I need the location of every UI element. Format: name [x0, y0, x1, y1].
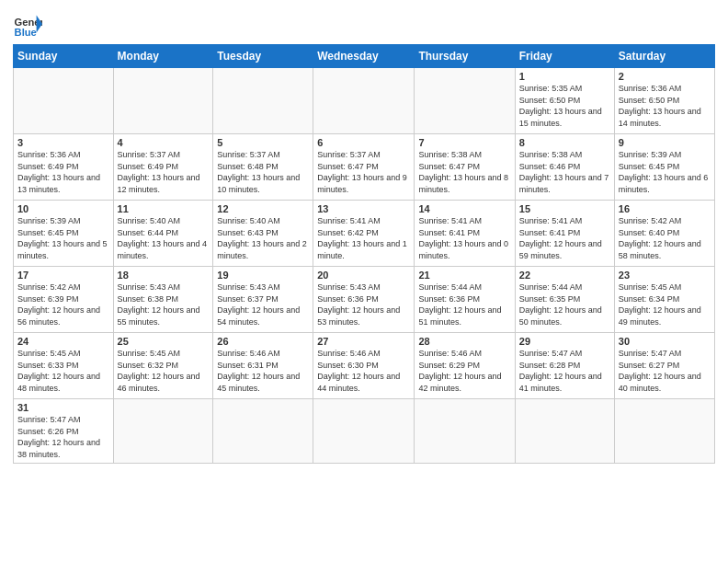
day-info: Sunrise: 5:37 AM Sunset: 6:47 PM Dayligh…: [317, 149, 410, 195]
calendar-cell: [515, 399, 614, 464]
day-info: Sunrise: 5:44 AM Sunset: 6:35 PM Dayligh…: [519, 282, 610, 327]
calendar-cell: 30Sunrise: 5:47 AM Sunset: 6:27 PM Dayli…: [614, 333, 714, 399]
day-info: Sunrise: 5:40 AM Sunset: 6:44 PM Dayligh…: [118, 215, 210, 261]
day-info: Sunrise: 5:39 AM Sunset: 6:45 PM Dayligh…: [17, 215, 109, 261]
day-info: Sunrise: 5:37 AM Sunset: 6:49 PM Dayligh…: [118, 149, 210, 195]
day-number: 14: [418, 203, 510, 214]
calendar-cell: 23Sunrise: 5:45 AM Sunset: 6:34 PM Dayli…: [614, 267, 714, 333]
weekday-header-sunday: Sunday: [14, 45, 114, 68]
calendar-cell: 27Sunrise: 5:46 AM Sunset: 6:30 PM Dayli…: [313, 333, 415, 399]
day-info: Sunrise: 5:46 AM Sunset: 6:30 PM Dayligh…: [317, 348, 410, 394]
week-row-4: 24Sunrise: 5:45 AM Sunset: 6:33 PM Dayli…: [14, 333, 715, 399]
day-info: Sunrise: 5:46 AM Sunset: 6:29 PM Dayligh…: [418, 348, 510, 394]
svg-text:Blue: Blue: [15, 27, 37, 38]
calendar-cell: 1Sunrise: 5:35 AM Sunset: 6:50 PM Daylig…: [515, 68, 614, 134]
day-info: Sunrise: 5:38 AM Sunset: 6:46 PM Dayligh…: [519, 149, 610, 195]
day-info: Sunrise: 5:36 AM Sunset: 6:49 PM Dayligh…: [17, 149, 109, 195]
week-row-1: 3Sunrise: 5:36 AM Sunset: 6:49 PM Daylig…: [14, 134, 715, 201]
calendar-cell: 11Sunrise: 5:40 AM Sunset: 6:44 PM Dayli…: [113, 201, 213, 267]
day-info: Sunrise: 5:43 AM Sunset: 6:38 PM Dayligh…: [118, 282, 210, 327]
day-info: Sunrise: 5:42 AM Sunset: 6:39 PM Dayligh…: [17, 282, 109, 327]
calendar-cell: 14Sunrise: 5:41 AM Sunset: 6:41 PM Dayli…: [415, 201, 515, 267]
calendar-cell: 6Sunrise: 5:37 AM Sunset: 6:47 PM Daylig…: [313, 134, 415, 201]
day-number: 1: [519, 71, 610, 82]
week-row-3: 17Sunrise: 5:42 AM Sunset: 6:39 PM Dayli…: [14, 267, 715, 333]
day-number: 21: [418, 270, 510, 281]
calendar-cell: [113, 399, 213, 464]
calendar-cell: 22Sunrise: 5:44 AM Sunset: 6:35 PM Dayli…: [515, 267, 614, 333]
day-number: 27: [317, 336, 410, 347]
day-number: 2: [619, 71, 711, 82]
day-number: 18: [118, 270, 210, 281]
calendar-cell: [14, 68, 114, 134]
calendar-cell: 31Sunrise: 5:47 AM Sunset: 6:26 PM Dayli…: [14, 399, 114, 464]
day-number: 12: [217, 203, 309, 214]
calendar-cell: 18Sunrise: 5:43 AM Sunset: 6:38 PM Dayli…: [113, 267, 213, 333]
page: General Blue SundayMondayTuesdayWednesda…: [0, 0, 728, 473]
day-number: 26: [217, 336, 309, 347]
day-number: 23: [619, 270, 711, 281]
day-info: Sunrise: 5:47 AM Sunset: 6:28 PM Dayligh…: [519, 348, 610, 394]
day-info: Sunrise: 5:37 AM Sunset: 6:48 PM Dayligh…: [217, 149, 309, 195]
calendar-cell: 28Sunrise: 5:46 AM Sunset: 6:29 PM Dayli…: [415, 333, 515, 399]
weekday-header-wednesday: Wednesday: [313, 45, 415, 68]
calendar-cell: 3Sunrise: 5:36 AM Sunset: 6:49 PM Daylig…: [14, 134, 114, 201]
calendar-cell: 7Sunrise: 5:38 AM Sunset: 6:47 PM Daylig…: [415, 134, 515, 201]
header-area: General Blue: [13, 9, 715, 39]
calendar-cell: [614, 399, 714, 464]
day-number: 4: [118, 137, 210, 148]
day-number: 10: [17, 203, 109, 214]
day-info: Sunrise: 5:38 AM Sunset: 6:47 PM Dayligh…: [418, 149, 510, 195]
day-info: Sunrise: 5:45 AM Sunset: 6:34 PM Dayligh…: [619, 282, 711, 327]
calendar-cell: [415, 399, 515, 464]
calendar-cell: [415, 68, 515, 134]
day-number: 8: [519, 137, 610, 148]
day-info: Sunrise: 5:41 AM Sunset: 6:41 PM Dayligh…: [519, 215, 610, 261]
day-number: 9: [619, 137, 711, 148]
day-number: 7: [418, 137, 510, 148]
day-number: 24: [17, 336, 109, 347]
weekday-header-row: SundayMondayTuesdayWednesdayThursdayFrid…: [14, 45, 715, 68]
calendar-cell: 20Sunrise: 5:43 AM Sunset: 6:36 PM Dayli…: [313, 267, 415, 333]
calendar-cell: 29Sunrise: 5:47 AM Sunset: 6:28 PM Dayli…: [515, 333, 614, 399]
day-info: Sunrise: 5:43 AM Sunset: 6:36 PM Dayligh…: [317, 282, 410, 327]
day-number: 20: [317, 270, 410, 281]
calendar-cell: 8Sunrise: 5:38 AM Sunset: 6:46 PM Daylig…: [515, 134, 614, 201]
calendar-cell: 19Sunrise: 5:43 AM Sunset: 6:37 PM Dayli…: [213, 267, 313, 333]
day-info: Sunrise: 5:44 AM Sunset: 6:36 PM Dayligh…: [418, 282, 510, 327]
day-info: Sunrise: 5:41 AM Sunset: 6:41 PM Dayligh…: [418, 215, 510, 261]
calendar-cell: 15Sunrise: 5:41 AM Sunset: 6:41 PM Dayli…: [515, 201, 614, 267]
day-number: 3: [17, 137, 109, 148]
day-info: Sunrise: 5:45 AM Sunset: 6:33 PM Dayligh…: [17, 348, 109, 394]
day-number: 16: [619, 203, 711, 214]
day-info: Sunrise: 5:36 AM Sunset: 6:50 PM Dayligh…: [619, 83, 711, 129]
day-number: 25: [118, 336, 210, 347]
calendar-cell: 12Sunrise: 5:40 AM Sunset: 6:43 PM Dayli…: [213, 201, 313, 267]
weekday-header-friday: Friday: [515, 45, 614, 68]
logo-icon: General Blue: [13, 9, 42, 39]
calendar-cell: 25Sunrise: 5:45 AM Sunset: 6:32 PM Dayli…: [113, 333, 213, 399]
day-info: Sunrise: 5:47 AM Sunset: 6:26 PM Dayligh…: [17, 414, 109, 460]
calendar-cell: [213, 399, 313, 464]
calendar-cell: 9Sunrise: 5:39 AM Sunset: 6:45 PM Daylig…: [614, 134, 714, 201]
calendar-cell: [113, 68, 213, 134]
day-info: Sunrise: 5:47 AM Sunset: 6:27 PM Dayligh…: [619, 348, 711, 394]
calendar-cell: [313, 68, 415, 134]
day-number: 30: [619, 336, 711, 347]
day-number: 11: [118, 203, 210, 214]
day-number: 29: [519, 336, 610, 347]
calendar-cell: 24Sunrise: 5:45 AM Sunset: 6:33 PM Dayli…: [14, 333, 114, 399]
day-number: 15: [519, 203, 610, 214]
week-row-5: 31Sunrise: 5:47 AM Sunset: 6:26 PM Dayli…: [14, 399, 715, 464]
calendar-cell: 26Sunrise: 5:46 AM Sunset: 6:31 PM Dayli…: [213, 333, 313, 399]
day-info: Sunrise: 5:35 AM Sunset: 6:50 PM Dayligh…: [519, 83, 610, 129]
calendar-cell: [313, 399, 415, 464]
weekday-header-saturday: Saturday: [614, 45, 714, 68]
day-info: Sunrise: 5:42 AM Sunset: 6:40 PM Dayligh…: [619, 215, 711, 261]
calendar-cell: 2Sunrise: 5:36 AM Sunset: 6:50 PM Daylig…: [614, 68, 714, 134]
day-info: Sunrise: 5:46 AM Sunset: 6:31 PM Dayligh…: [217, 348, 309, 394]
day-number: 13: [317, 203, 410, 214]
calendar-cell: 5Sunrise: 5:37 AM Sunset: 6:48 PM Daylig…: [213, 134, 313, 201]
calendar-cell: 17Sunrise: 5:42 AM Sunset: 6:39 PM Dayli…: [14, 267, 114, 333]
week-row-0: 1Sunrise: 5:35 AM Sunset: 6:50 PM Daylig…: [14, 68, 715, 134]
